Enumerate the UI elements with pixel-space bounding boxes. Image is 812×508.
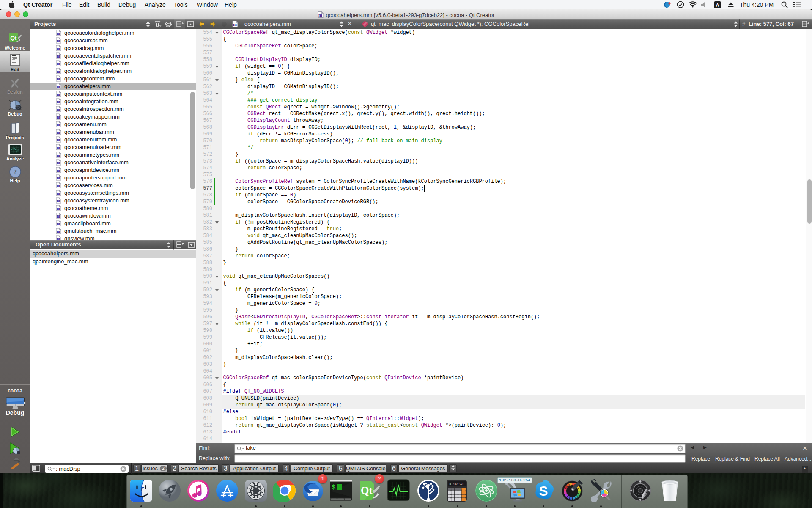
svg-text:m: m xyxy=(57,221,60,226)
svg-text:m: m xyxy=(57,176,60,180)
svg-text:m: m xyxy=(57,122,60,127)
svg-text:m: m xyxy=(57,31,60,36)
svg-text:3.141593: 3.141593 xyxy=(449,483,465,486)
svg-text:m: m xyxy=(57,168,60,173)
svg-text:m: m xyxy=(57,153,60,157)
svg-text:m: m xyxy=(57,84,60,89)
svg-text:m: m xyxy=(57,92,60,97)
svg-text:m: m xyxy=(57,199,60,203)
svg-text:m: m xyxy=(57,130,60,135)
svg-text:m: m xyxy=(57,61,60,66)
svg-text:m: m xyxy=(57,107,60,112)
svg-text:m: m xyxy=(57,69,60,74)
svg-text:A: A xyxy=(716,2,719,7)
svg-text:m: m xyxy=(57,206,60,211)
svg-text:m: m xyxy=(57,115,60,119)
svg-text:S: S xyxy=(539,484,548,499)
svg-text:Qt: Qt xyxy=(361,485,373,496)
svg-text:m: m xyxy=(57,191,60,196)
svg-text:m: m xyxy=(57,39,60,43)
svg-text:m: m xyxy=(57,229,60,234)
svg-text:m: m xyxy=(57,214,60,218)
svg-text:m: m xyxy=(57,138,60,142)
svg-text:m: m xyxy=(57,145,60,150)
svg-text:m: m xyxy=(57,99,60,104)
svg-text:Qt: Qt xyxy=(10,35,17,41)
svg-text:m: m xyxy=(57,77,60,81)
svg-text:m: m xyxy=(57,46,60,51)
svg-text:m: m xyxy=(57,54,60,58)
svg-text:m: m xyxy=(318,12,322,17)
svg-text:m: m xyxy=(233,22,237,27)
svg-text:?: ? xyxy=(13,168,17,176)
svg-text:m: m xyxy=(57,160,60,165)
svg-text:$: $ xyxy=(332,484,336,491)
svg-text:m: m xyxy=(57,183,60,188)
